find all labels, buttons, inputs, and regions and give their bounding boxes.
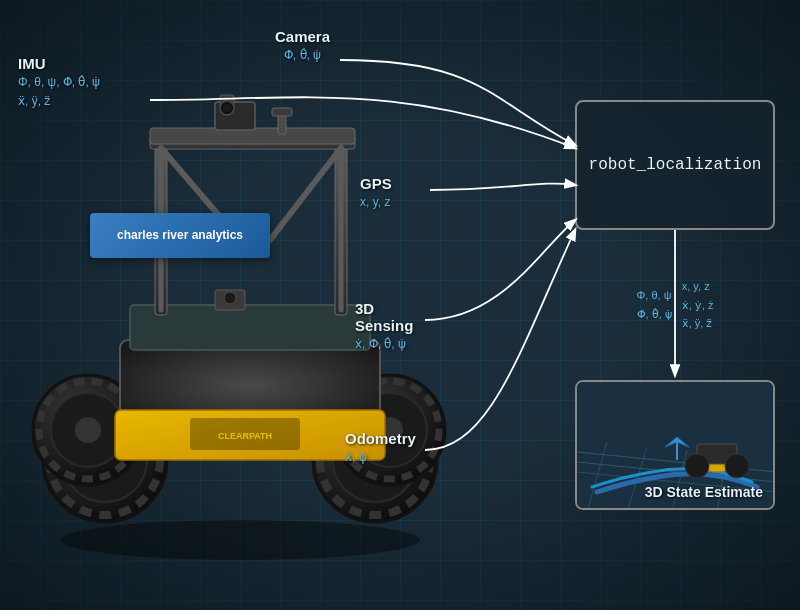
odometry-label: Odometry ẋ, ψ̇ [345,430,416,466]
imu-sub2: ẍ, ÿ, z̈ [18,93,100,110]
gps-sub: x, y, z [360,194,392,211]
camera-title: Camera [275,28,330,45]
state-estimate-box: 3D State Estimate [575,380,775,510]
camera-label: Camera Φ̇, θ̇, ψ̇ [275,28,330,64]
output-col2: x, y, z ẋ, ẏ, ż ẍ, ÿ, z̈ [682,277,714,333]
cra-banner-text: charles river analytics [117,228,243,244]
gps-title: GPS [360,175,392,192]
imu-sub1: Φ, θ, ψ, Φ̇, θ̇, ψ̇ [18,74,100,91]
svg-point-35 [223,104,231,112]
output-col2-line3: ẍ, ÿ, z̈ [682,314,714,333]
odometry-title: Odometry [345,430,416,447]
sensing-title: 3DSensing [355,300,413,334]
camera-sub: Φ̇, θ̇, ψ̇ [275,47,330,64]
svg-text:CLEARPATH: CLEARPATH [218,431,272,441]
svg-point-48 [685,454,709,478]
svg-point-11 [75,417,101,443]
output-col1-line2: Φ̇, θ̇, ψ̇ [637,305,672,324]
svg-point-49 [725,454,749,478]
gps-label: GPS x, y, z [360,175,392,211]
sensing-label: 3DSensing ẋ, Φ̇, θ̇, ψ̇ [355,300,413,353]
localization-box: robot_localization [575,100,775,230]
sensing-sub: ẋ, Φ̇, θ̇, ψ̇ [355,336,413,353]
output-col1-line1: Φ, θ, ψ [637,286,672,305]
odometry-sub: ẋ, ψ̇ [345,449,416,466]
output-col2-line1: x, y, z [682,277,714,296]
output-data-box: Φ, θ, ψ Φ̇, θ̇, ψ̇ x, y, z ẋ, ẏ, ż ẍ, ÿ,… [575,265,775,345]
state-estimate-label: 3D State Estimate [645,484,763,500]
cra-banner: charles river analytics [90,213,270,258]
output-col1: Φ, θ, ψ Φ̇, θ̇, ψ̇ [637,286,672,323]
svg-point-0 [60,520,420,560]
svg-point-23 [224,292,236,304]
svg-line-28 [270,148,341,240]
imu-title: IMU [18,55,100,72]
svg-rect-37 [272,108,292,116]
localization-label: robot_localization [589,156,762,174]
imu-label: IMU Φ, θ, ψ, Φ̇, θ̇, ψ̇ ẍ, ÿ, z̈ [18,55,100,110]
output-col2-line2: ẋ, ẏ, ż [682,296,714,315]
